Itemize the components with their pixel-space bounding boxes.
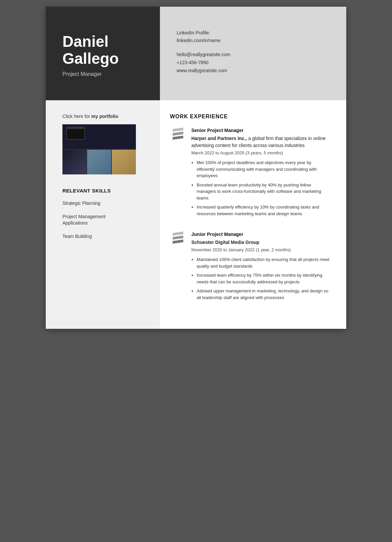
job-company-2: Schuester Digital Media Group: [191, 239, 330, 246]
job-content-2: Junior Project Manager Schuester Digital…: [191, 232, 330, 303]
email: hello@reallygreatsite.com: [177, 51, 330, 59]
job-content-1: Senior Project Manager Harper and Partne…: [191, 128, 330, 220]
bullet-item: Increased quarterly efficiency by 10% by…: [197, 204, 330, 217]
job-bullets-2: Maintained 100% client satisfaction by e…: [191, 256, 330, 301]
bullet-item: Advised upper management in marketing, t…: [197, 288, 330, 301]
linkedin-label: LinkedIn Profile:: [177, 29, 330, 37]
job-title-1: Senior Project Manager: [191, 128, 330, 133]
work-experience-heading: WORK EXPERIENCE: [170, 114, 330, 120]
skill-item-1: Strategic Planning: [62, 200, 150, 207]
linkedin-url[interactable]: linkedin.com/in/name: [177, 37, 330, 45]
skills-section: RELEVANT SKILLS Strategic Planning Proje…: [62, 188, 150, 240]
job-dates-2: November 2020 to January 2022 (1 year, 2…: [191, 247, 330, 252]
candidate-title: Project Manager: [62, 71, 147, 77]
resume-document: Daniel Gallego Project Manager LinkedIn …: [46, 7, 346, 329]
skills-heading: RELEVANT SKILLS: [62, 188, 150, 193]
icon-layer-1: [173, 128, 183, 132]
bullet-item: Maintained 100% client satisfaction by e…: [197, 256, 330, 269]
layers-icon: [173, 128, 183, 139]
job-company-1: Harper and Partners Inc., a global firm …: [191, 135, 330, 149]
contact-group: hello@reallygreatsite.com +123-456-7890 …: [177, 51, 330, 75]
job-block-2: Junior Project Manager Schuester Digital…: [170, 232, 330, 303]
left-column: Click here for my portfolio RELEVA: [46, 100, 160, 329]
icon-layer-2: [173, 236, 183, 240]
website: www.reallygreatsite.com: [177, 67, 330, 75]
job-block-1: Senior Project Manager Harper and Partne…: [170, 128, 330, 220]
linkedin-group: LinkedIn Profile: linkedin.com/in/name: [177, 29, 330, 45]
phone: +123-456-7890: [177, 59, 330, 67]
layers-icon-2: [173, 232, 183, 243]
job-title-2: Junior Project Manager: [191, 232, 330, 237]
job-bullets-1: Met 100% of project deadlines and object…: [191, 159, 330, 217]
bullet-item: Increased team efficiency by 75% within …: [197, 272, 330, 285]
skill-item-3: Team Building: [62, 233, 150, 240]
skill-item-2: Project ManagementApplications: [62, 214, 150, 227]
right-column: WORK EXPERIENCE Senior Project Manager H…: [160, 100, 346, 329]
bullet-item: Boosted annual team productivity by 40% …: [197, 182, 330, 201]
portfolio-link[interactable]: Click here for my portfolio: [62, 114, 150, 119]
icon-layer-3: [173, 136, 183, 140]
icon-layer-2: [173, 132, 183, 136]
job-dates-1: March 2022 to August 2025 (3 years, 5 mo…: [191, 150, 330, 155]
body-section: Click here for my portfolio RELEVA: [46, 100, 346, 329]
bullet-item: Met 100% of project deadlines and object…: [197, 159, 330, 179]
icon-layer-3: [173, 240, 183, 244]
candidate-name: Daniel Gallego: [62, 33, 147, 67]
header-section: Daniel Gallego Project Manager LinkedIn …: [46, 7, 346, 100]
portfolio-image[interactable]: [62, 124, 136, 174]
job-icon-2: [170, 232, 186, 303]
header-left: Daniel Gallego Project Manager: [46, 7, 160, 100]
header-right: LinkedIn Profile: linkedin.com/in/name h…: [160, 7, 346, 100]
job-icon-1: [170, 128, 186, 220]
icon-layer-1: [173, 232, 183, 236]
